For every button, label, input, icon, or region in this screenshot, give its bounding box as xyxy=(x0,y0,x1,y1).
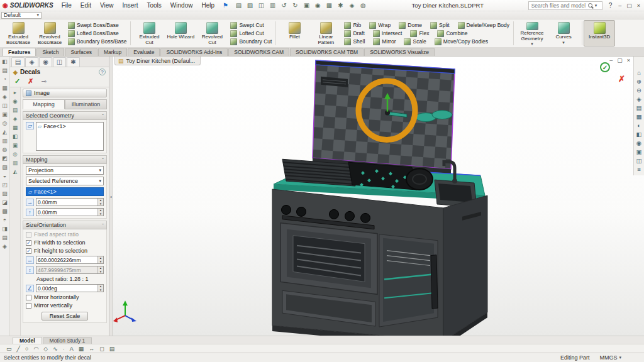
left-toolbar-icon[interactable]: ◧ xyxy=(2,58,8,65)
heads-up-icon[interactable]: ≡ xyxy=(637,166,641,173)
ribbon-large-button[interactable]: Revolved Boss/Base xyxy=(34,20,65,47)
left-toolbar-icon[interactable]: ◈ xyxy=(3,94,7,100)
heads-up-icon[interactable]: ◉ xyxy=(636,140,641,146)
mirror-vertically-checkbox[interactable]: Mirror vertically xyxy=(26,302,104,309)
left-toolbar-icon[interactable]: ▥ xyxy=(2,138,8,144)
quick-access-icon[interactable]: ↺ xyxy=(280,2,288,9)
ribbon-large-button[interactable]: Curves▾ xyxy=(548,20,579,47)
manager-tab-icon[interactable]: ▤ xyxy=(11,57,25,67)
sketch-tool-icon[interactable]: ∿ xyxy=(53,346,58,352)
ribbon-small-button[interactable]: Intersect xyxy=(372,30,404,37)
left-toolbar-icon[interactable]: ▤ xyxy=(2,234,8,241)
ribbon-small-button[interactable]: Shell xyxy=(343,38,366,45)
fixed-aspect-ratio-checkbox[interactable]: Fixed aspect ratio xyxy=(26,231,104,238)
mapping-reference-field[interactable]: ▱ Face<1> xyxy=(26,187,104,196)
decal-height-input[interactable]: 467.99999475mm ▴▾ xyxy=(36,266,104,274)
heads-up-icon[interactable]: ▣ xyxy=(636,148,642,155)
sketch-tool-icon[interactable]: ◠ xyxy=(33,346,38,352)
ribbon-small-button[interactable]: Combine xyxy=(436,30,469,37)
cancel-button[interactable]: ✗ xyxy=(28,77,33,85)
document-window-button[interactable]: – xyxy=(609,57,613,63)
ribbon-small-button[interactable]: Rib xyxy=(343,22,362,29)
chevron-down-icon[interactable]: ▾ xyxy=(595,3,597,8)
left-toolbar-icon[interactable]: ▩ xyxy=(2,208,8,214)
heads-up-icon[interactable]: ◫ xyxy=(636,157,642,164)
ribbon-small-button[interactable]: Wrap xyxy=(368,22,392,29)
units-selector[interactable]: MMGS ▾ xyxy=(599,354,621,361)
heads-up-icon[interactable]: ▤ xyxy=(636,104,642,111)
command-tab[interactable]: Surfaces xyxy=(65,48,97,56)
quick-access-icon[interactable]: ✱ xyxy=(336,2,345,9)
sketch-tool-icon[interactable]: ╱ xyxy=(17,346,20,352)
window-control-button[interactable]: ▢ xyxy=(626,3,632,9)
ribbon-small-button[interactable]: Boundary Cut xyxy=(229,38,273,45)
command-tab[interactable]: SOLIDWORKS Visualize xyxy=(364,48,435,56)
feature-tree-icon[interactable]: ▸ xyxy=(14,89,16,96)
reference-dropdown[interactable]: Selected Reference ▾ xyxy=(26,177,104,185)
manager-tab-icon[interactable]: ✱ xyxy=(67,57,80,67)
left-toolbar-icon[interactable]: ◈ xyxy=(3,243,7,250)
menu-item[interactable]: Help xyxy=(197,1,219,9)
left-toolbar-icon[interactable]: ◪ xyxy=(2,199,8,206)
left-toolbar-icon[interactable]: ◍ xyxy=(3,146,8,153)
model-canvas[interactable] xyxy=(113,57,644,336)
manager-tab-icon[interactable]: ◈ xyxy=(25,57,38,67)
image-section-header[interactable]: Image xyxy=(23,89,107,97)
geometry-list-item[interactable]: ▱Face<1> xyxy=(37,123,103,129)
left-toolbar-icon[interactable]: ▣ xyxy=(2,111,8,118)
instant3d-button[interactable]: Instant3D xyxy=(584,20,615,47)
burner[interactable] xyxy=(406,168,433,190)
sketch-tool-icon[interactable]: ◻ xyxy=(99,346,104,352)
ribbon-small-button[interactable]: Lofted Boss/Base xyxy=(67,30,128,37)
spinner-arrows[interactable]: ▴▾ xyxy=(97,285,103,292)
quick-access-icon[interactable]: ◉ xyxy=(314,2,322,9)
tab-model[interactable]: Model xyxy=(13,337,42,344)
ribbon-small-button[interactable]: Mirror xyxy=(372,38,397,45)
reset-scale-button[interactable]: Reset Scale xyxy=(42,312,89,321)
left-toolbar-icon[interactable]: ◩ xyxy=(2,155,8,162)
left-toolbar-icon[interactable]: ◒ xyxy=(3,173,6,179)
spinner-arrows[interactable]: ▴▾ xyxy=(97,266,103,273)
command-tab[interactable]: SOLIDWORKS Add-Ins xyxy=(160,48,228,56)
feature-tree-icon[interactable]: ◧ xyxy=(13,133,18,140)
backsplash-panel[interactable] xyxy=(313,60,455,174)
spinner-arrows[interactable]: ▴▾ xyxy=(97,199,103,206)
decal-width-input[interactable]: 600.00026226mm ▴▾ xyxy=(36,256,104,264)
left-toolbar-icon[interactable]: ▧ xyxy=(2,164,8,170)
ribbon-small-button[interactable]: Scale xyxy=(402,38,427,45)
feature-tree-icon[interactable]: ▣ xyxy=(13,142,18,148)
selected-geometry-header[interactable]: Selected Geometry ˆ xyxy=(23,111,107,120)
confirmation-corner-ok[interactable]: ✓ xyxy=(600,62,610,72)
ribbon-small-button[interactable]: Draft xyxy=(343,30,365,37)
ribbon-small-button[interactable]: Split xyxy=(429,22,451,29)
heads-up-icon[interactable]: ▦ xyxy=(636,113,642,120)
document-window-button[interactable]: × xyxy=(627,57,630,63)
command-tab[interactable]: SOLIDWORKS CAM xyxy=(228,48,289,56)
ribbon-large-button[interactable]: Reference Geometry▾ xyxy=(516,20,548,47)
feature-tree-icon[interactable]: ◈ xyxy=(13,116,18,122)
sketch-tool-icon[interactable]: ▭ xyxy=(6,346,12,352)
graphics-area[interactable]: ▤ Toy Diner Kitchen (Defaul... –▢× ✓ ✗ ⌂… xyxy=(113,57,644,336)
size-orientation-header[interactable]: Size/Orientation ˆ xyxy=(23,221,107,229)
mapping-header[interactable]: Mapping ˆ xyxy=(23,155,107,164)
ribbon-small-button[interactable]: Delete/Keep Body xyxy=(457,22,511,29)
projection-dropdown[interactable]: Projection ▾ xyxy=(26,166,104,175)
manager-tab-icon[interactable]: ◫ xyxy=(53,57,66,67)
left-toolbar-icon[interactable]: ◔ xyxy=(3,76,6,82)
sketch-tool-icon[interactable]: ▦ xyxy=(79,346,84,352)
left-toolbar-icon[interactable]: ◨ xyxy=(2,226,8,232)
door-handle[interactable] xyxy=(431,255,438,309)
motion-study-tab[interactable]: Motion Study 1 xyxy=(43,337,92,344)
feature-tree-icon[interactable]: ◎ xyxy=(13,151,17,157)
spinner-arrows[interactable]: ▴▾ xyxy=(97,209,103,216)
menu-item[interactable]: Insert xyxy=(118,1,142,9)
ok-button[interactable]: ✓ xyxy=(14,77,20,85)
heads-up-icon[interactable]: ⌂ xyxy=(637,69,641,76)
ribbon-large-button[interactable]: Fillet xyxy=(279,20,310,47)
fit-width-checkbox[interactable]: ✓ Fit width to selection xyxy=(26,239,104,246)
fit-height-checkbox[interactable]: ✓ Fit height to selection xyxy=(26,248,104,254)
quick-access-icon[interactable]: ▧ xyxy=(246,2,254,9)
horizontal-offset-input[interactable]: 0.00mm ▴▾ xyxy=(36,198,104,206)
command-tab[interactable]: SOLIDWORKS CAM TBM xyxy=(290,48,364,56)
ribbon-small-button[interactable]: Lofted Cut xyxy=(229,30,273,37)
